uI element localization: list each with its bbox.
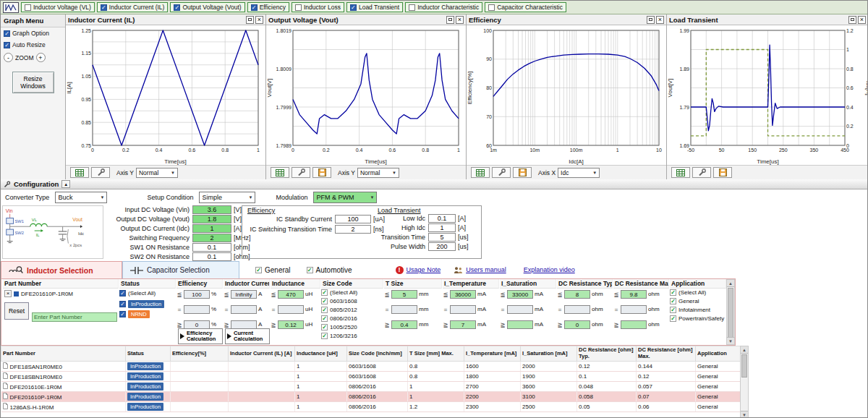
column-header-i-temperature-ma[interactable]: I_Temperature [mA] xyxy=(464,346,521,362)
option-checkbox[interactable]: ✓ xyxy=(670,315,676,322)
grid-button[interactable] xyxy=(471,167,490,178)
toolbar-checkbox[interactable]: ✓ xyxy=(101,4,107,11)
filter-input[interactable]: 8 xyxy=(564,290,590,299)
wrench-button[interactable] xyxy=(692,167,711,178)
zoom-out-button[interactable]: - xyxy=(4,53,13,62)
status-checkbox[interactable]: ✓ xyxy=(119,311,126,317)
wrench-button[interactable] xyxy=(292,167,310,178)
filter-option-general[interactable]: ✓General xyxy=(670,298,726,304)
column-header-dc-resistance-ohm-max[interactable]: DC Resistance [ohm] Max. xyxy=(637,346,696,362)
filter-input[interactable]: 5 xyxy=(391,290,417,299)
current-calculation-button[interactable]: Current Calculation xyxy=(225,328,270,344)
filter-input[interactable]: 0 xyxy=(184,320,210,329)
reset-button[interactable]: Reset xyxy=(4,302,29,320)
chart-area-inductor-current[interactable]: 00.20.40.60.810.750.850.951.051.151.25Ti… xyxy=(66,25,265,165)
toolbar-checkbox[interactable] xyxy=(409,4,415,11)
option-checkbox[interactable]: ✓ xyxy=(321,289,328,296)
general-checkbox[interactable]: ✓General xyxy=(255,266,291,274)
modulation-select[interactable]: PFM & PWM▼ xyxy=(313,192,377,203)
filter-option-select-all[interactable]: ✓(Select All) xyxy=(670,289,726,296)
status-option-nrnd[interactable]: ✓NRND xyxy=(119,310,176,318)
field-value-input[interactable]: 1 xyxy=(428,223,456,232)
toolbar-toggle-inductor-current-il[interactable]: ✓Inductor Current (IL) xyxy=(97,2,169,12)
option-checkbox[interactable]: ✓ xyxy=(321,315,328,322)
table-row-dfe18sbn1r0me0[interactable]: DFE18SBN1R0ME0InProduction10603/16080.81… xyxy=(1,372,741,382)
filter-input[interactable] xyxy=(391,305,417,314)
filter-input[interactable] xyxy=(507,305,533,314)
table-scrollbar[interactable]: ▲▼ xyxy=(740,346,749,418)
tab-inductor-selection[interactable]: Inductor Selection xyxy=(1,261,122,278)
column-header-inductor-current-il-a[interactable]: Inductor Current (IL) [A] xyxy=(229,346,295,362)
grid-button[interactable] xyxy=(271,167,289,178)
field-value-input[interactable]: 3.6 xyxy=(192,205,231,214)
column-header-inductance-uh[interactable]: Inductance [uH] xyxy=(295,346,347,362)
filter-input[interactable]: 0.12 xyxy=(278,320,304,329)
field-value-input[interactable]: 1.8 xyxy=(192,215,231,223)
wrench-button[interactable] xyxy=(91,167,110,178)
restore-window-button[interactable] xyxy=(647,16,655,24)
option-checkbox[interactable]: ✓ xyxy=(670,298,676,304)
filter-option-0806-2016[interactable]: ✓0806/2016 xyxy=(321,315,383,322)
scroll-up-arrow[interactable]: ▲ xyxy=(727,280,734,287)
filter-option-powertrain-safety[interactable]: ✓Powertrain/Safety xyxy=(670,315,726,322)
chart-area-load-transient[interactable]: -50501502503504501.691.791.891.9900.20.4… xyxy=(667,25,868,165)
option-checkbox[interactable]: ✓ xyxy=(321,333,328,339)
filter-input[interactable] xyxy=(278,305,304,314)
zoom-in-button[interactable]: + xyxy=(36,53,46,62)
status-select-all[interactable]: ✓(Select All) xyxy=(119,290,176,297)
filter-option-1206-3216[interactable]: ✓1206/3216 xyxy=(321,333,383,339)
filter-input[interactable] xyxy=(507,320,533,329)
scroll-thumb[interactable] xyxy=(741,354,747,378)
toolbar-toggle-capacitor-characteristic[interactable]: Capacitor Characteristic xyxy=(485,2,566,12)
tab-capacitor-selection[interactable]: Capacitor Selection xyxy=(122,261,239,278)
graph-menu-option-graph-option[interactable]: ✓Graph Option xyxy=(1,27,65,39)
grid-button[interactable] xyxy=(671,167,690,178)
filter-input[interactable] xyxy=(621,320,647,329)
filter-scrollbar[interactable]: ▲▼ xyxy=(726,279,735,345)
option-checkbox[interactable]: ✓ xyxy=(321,298,328,304)
column-header-part-number[interactable]: Part Number xyxy=(1,346,126,362)
filter-input[interactable]: 470 xyxy=(278,290,304,299)
filter-input[interactable]: 9.8 xyxy=(621,290,647,299)
column-header-i-saturation-ma[interactable]: I_Saturation [mA] xyxy=(521,346,577,362)
filter-option-1005-2520[interactable]: ✓1005/2520 xyxy=(321,324,383,330)
grid-button[interactable] xyxy=(70,167,89,178)
filter-input[interactable]: 100 xyxy=(184,290,210,299)
toolbar-checkbox[interactable] xyxy=(488,4,495,11)
collapse-configuration-button[interactable]: ▲ xyxy=(61,180,70,188)
filter-input[interactable] xyxy=(184,305,210,314)
chart-area-output-voltage[interactable]: 00.20.40.60.811.79891.79991.80091.8019Ti… xyxy=(266,25,466,165)
filter-input[interactable]: Infinity xyxy=(231,290,257,299)
field-value-input[interactable]: 2 xyxy=(335,225,371,234)
graph-menu-option-auto-resize[interactable]: ✓Auto Resize xyxy=(1,39,65,51)
wrench-button[interactable] xyxy=(492,167,511,178)
column-header-dc-resistance-ohm-typ[interactable]: DC Resistance [ohm] Typ. xyxy=(577,346,637,362)
option-checkbox[interactable]: ✓ xyxy=(670,289,676,296)
close-window-button[interactable]: × xyxy=(456,16,464,24)
status-checkbox[interactable]: ✓ xyxy=(119,301,126,307)
restore-window-button[interactable] xyxy=(848,16,856,24)
filter-input[interactable] xyxy=(621,305,647,314)
explanation-video-link[interactable]: Explanation video xyxy=(524,266,575,273)
filter-input[interactable]: 36000 xyxy=(450,290,476,299)
save-button[interactable] xyxy=(312,167,331,178)
field-value-input[interactable]: 200 xyxy=(428,242,456,251)
filter-input[interactable]: 7 xyxy=(450,320,476,329)
filter-option-infotainment[interactable]: ✓Infotainment xyxy=(670,307,726,313)
filter-input[interactable] xyxy=(564,305,590,314)
efficiency-calculation-button[interactable]: Efficiency Calculation xyxy=(178,328,223,344)
users-manual-link[interactable]: Users manual xyxy=(466,266,506,273)
column-header-t-size-mm-max[interactable]: T Size [mm] Max. xyxy=(408,346,464,362)
toolbar-toggle-inductor-voltage-vl[interactable]: Inductor Voltage (VL) xyxy=(21,2,95,12)
filter-input[interactable] xyxy=(231,305,257,314)
option-checkbox[interactable]: ✓ xyxy=(4,42,10,48)
toolbar-toggle-inductor-characteristic[interactable]: Inductor Characteristic xyxy=(405,2,482,12)
toolbar-checkbox[interactable]: ✓ xyxy=(350,4,357,11)
option-checkbox[interactable]: ✓ xyxy=(4,30,10,37)
toolbar-toggle-inductor-loss[interactable]: Inductor Loss xyxy=(292,2,344,12)
scroll-up-arrow[interactable]: ▲ xyxy=(741,346,748,354)
field-value-input[interactable]: 1 xyxy=(192,224,231,233)
table-row-1286as-h-1r0m[interactable]: 1286AS-H-1R0MInProduction10806/20161.223… xyxy=(1,402,741,412)
resize-windows-button[interactable]: Resize Windows xyxy=(12,72,54,93)
option-checkbox[interactable]: ✓ xyxy=(670,307,676,313)
